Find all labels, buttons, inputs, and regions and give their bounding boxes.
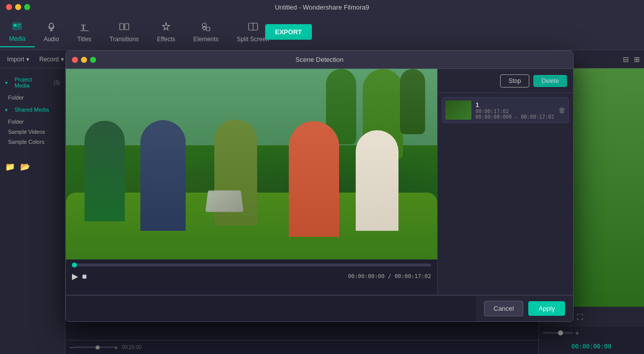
toolbar-items: Media Audio T Titles [0, 17, 278, 47]
modal-video-preview [66, 69, 437, 259]
sidebar-item-sample-colors[interactable]: Sample Colors [0, 137, 65, 147]
titles-icon: T [79, 21, 90, 34]
bottom-bar: − + 00:25:00 [65, 340, 538, 354]
media-icon [12, 21, 23, 33]
laptop-prop [206, 191, 244, 212]
split-screen-icon [248, 21, 259, 34]
toolbar-item-transitions[interactable]: Transitions [101, 17, 148, 47]
main-toolbar: Media Audio T Titles [0, 14, 644, 50]
record-chevron-icon: ▾ [61, 56, 64, 63]
student-figure-1 [85, 121, 125, 221]
toolbar-item-effects[interactable]: Effects [148, 17, 184, 47]
preview-fullscreen-icon[interactable]: ⛶ [577, 313, 583, 321]
svg-rect-1 [14, 24, 17, 27]
apply-button[interactable]: Apply [528, 301, 565, 316]
import-label: Import [7, 56, 24, 63]
record-label: Record [39, 56, 59, 63]
scene-range-1: 00:00:00:000 - 00:00:17:02 [475, 114, 554, 120]
modal-footer-left [66, 295, 476, 321]
toolbar-item-media[interactable]: Media [0, 17, 35, 47]
svg-rect-3 [18, 26, 20, 27]
modal-close-button[interactable] [72, 57, 78, 63]
effects-icon [160, 21, 172, 34]
sidebar-item-shared-folder[interactable]: Folder [0, 117, 65, 127]
toolbar-item-audio[interactable]: Audio [35, 17, 68, 47]
preview-zoom-row: + [539, 327, 644, 339]
export-button[interactable]: EXPORT [265, 24, 312, 40]
elements-icon [200, 21, 211, 34]
svg-point-4 [49, 23, 53, 28]
modal-right-header: Stop Delete [438, 69, 573, 93]
project-media-expand-icon[interactable]: ▾ [5, 80, 8, 85]
svg-rect-9 [120, 24, 124, 30]
add-folder-icon[interactable]: 📁 [5, 162, 15, 171]
stop-detection-button[interactable]: Stop [500, 74, 530, 87]
timeline-time-25: 00:25:00 [122, 344, 141, 350]
record-button[interactable]: Record ▾ [36, 55, 67, 64]
toolbar-label-transitions: Transitions [110, 36, 139, 43]
video-time-controls: ▶ ■ 00:00:00:00 / 00:00:17:02 [72, 272, 431, 281]
toolbar-label-effects: Effects [157, 36, 175, 43]
progress-indicator [72, 262, 77, 268]
preview-timestamp: 00:00:00:00 [572, 343, 611, 350]
scene-item-1: 1 00:00:17:02 00:00:00:000 - 00:00:17:02… [442, 97, 569, 123]
transitions-icon [119, 21, 130, 34]
minimize-button[interactable] [15, 4, 21, 10]
video-scene-background [66, 69, 437, 259]
scene-list: 1 00:00:17:02 00:00:00:000 - 00:00:17:02… [438, 93, 573, 295]
modal-window-controls [72, 57, 96, 63]
delete-detection-button[interactable]: Delete [533, 75, 567, 87]
preview-zoom-plus-icon[interactable]: + [575, 329, 579, 337]
play-button[interactable]: ▶ [72, 272, 78, 281]
svg-rect-2 [18, 24, 21, 25]
titlebar: Untitled - Wondershare Filmora9 [0, 0, 644, 14]
svg-rect-10 [125, 24, 129, 30]
stop-button[interactable]: ■ [82, 272, 87, 281]
left-sidebar: ▾ Project Media (3) Folder ▾ Shared Medi… [0, 68, 65, 354]
preview-zoom-thumb [558, 330, 563, 335]
toolbar-item-elements[interactable]: Elements [184, 17, 227, 47]
student-figure-2 [140, 120, 186, 231]
new-folder-icon[interactable]: 📂 [20, 162, 30, 171]
toolbar-label-split-screen: Split Screen [236, 36, 269, 43]
audio-icon [46, 21, 57, 34]
shared-media-expand-icon[interactable]: ▾ [5, 107, 8, 113]
modal-video-area: ▶ ■ 00:00:00:00 / 00:00:17:02 [66, 69, 437, 295]
project-media-section[interactable]: Project Media [10, 74, 52, 91]
import-button[interactable]: Import ▾ [4, 55, 32, 64]
shared-media-section[interactable]: Shared Media [10, 105, 54, 115]
video-progress-bar[interactable] [72, 263, 431, 267]
scene-thumbnail-1 [445, 101, 471, 120]
svg-rect-12 [206, 27, 210, 31]
scene-detection-modal: Scene Detection [65, 50, 574, 322]
sidebar-bottom-icons: 📁 📂 [0, 159, 65, 174]
zoom-thumb [96, 345, 100, 349]
modal-titlebar: Scene Detection [66, 51, 573, 69]
svg-text:T: T [81, 24, 86, 31]
modal-minimize-button[interactable] [81, 57, 87, 63]
grid-icon[interactable]: ⊞ [634, 55, 640, 63]
zoom-bar[interactable] [73, 346, 114, 348]
video-time-display: 00:00:00:00 / 00:00:17:02 [348, 273, 431, 280]
maximize-button[interactable] [24, 4, 30, 10]
modal-footer-right: Cancel Apply [476, 295, 573, 321]
zoom-plus-icon[interactable]: + [114, 343, 118, 351]
toolbar-item-titles[interactable]: T Titles [68, 17, 100, 47]
modal-body: ▶ ■ 00:00:00:00 / 00:00:17:02 Stop Delet… [66, 69, 573, 295]
import-chevron-icon: ▾ [26, 56, 29, 63]
zoom-minus-icon[interactable]: − [69, 343, 73, 351]
toolbar-label-titles: Titles [77, 36, 91, 43]
toolbar-label-media: Media [9, 35, 26, 42]
cancel-button[interactable]: Cancel [484, 301, 523, 316]
scene-delete-icon-1[interactable]: 🗑 [558, 106, 566, 114]
toolbar-label-elements: Elements [193, 36, 218, 43]
modal-video-controls: ▶ ■ 00:00:00:00 / 00:00:17:02 [66, 259, 437, 295]
close-button[interactable] [6, 4, 12, 10]
modal-maximize-button[interactable] [90, 57, 96, 63]
tree-decoration-3 [400, 69, 425, 134]
sidebar-item-sample-videos[interactable]: Sample Videos [0, 127, 65, 137]
preview-zoom-slider[interactable] [543, 332, 573, 334]
filter-icon[interactable]: ⊟ [623, 55, 629, 63]
project-media-count: (3) [54, 80, 60, 85]
sidebar-item-folder[interactable]: Folder [0, 93, 65, 103]
